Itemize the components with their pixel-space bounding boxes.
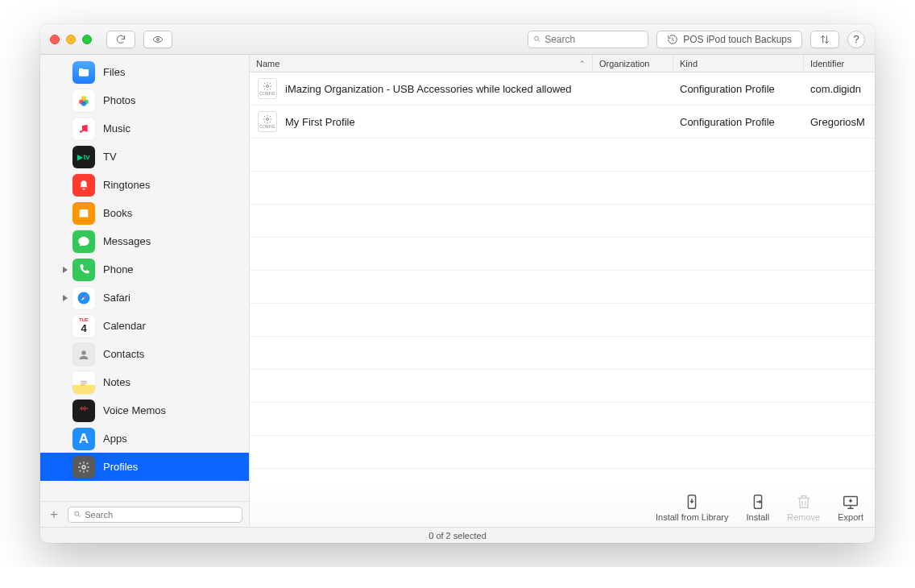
sort-asc-icon: ⌃	[579, 60, 586, 68]
calendar-icon: TUE4	[72, 315, 95, 337]
sidebar-item-label: Contacts	[103, 348, 144, 360]
add-button[interactable]: +	[47, 507, 61, 522]
contacts-icon	[72, 343, 95, 366]
sidebar-item-photos[interactable]: Photos	[40, 86, 249, 114]
cell-kind: Configuration Profile	[680, 83, 775, 95]
sidebar: Files Photos Music ▶tv TV	[40, 55, 250, 527]
column-kind[interactable]: Kind	[673, 55, 804, 72]
install-button[interactable]: Install	[746, 493, 769, 522]
sidebar-item-safari[interactable]: Safari	[40, 284, 249, 312]
install-library-icon	[683, 493, 701, 511]
backups-history-label: POS iPod touch Backups	[683, 34, 792, 45]
sidebar-item-notes[interactable]: Notes	[40, 368, 249, 396]
statusbar: 0 of 2 selected	[40, 527, 875, 543]
sidebar-item-contacts[interactable]: Contacts	[40, 340, 249, 368]
sidebar-item-messages[interactable]: Messages	[40, 227, 249, 255]
table-row[interactable]: CONFIG My First Profile Configuration Pr…	[250, 106, 875, 139]
quicklook-button[interactable]	[143, 31, 172, 48]
refresh-icon	[115, 34, 126, 45]
sidebar-item-files[interactable]: Files	[40, 58, 249, 86]
column-organization[interactable]: Organization	[593, 55, 673, 72]
action-bar: Install from Library Install Remove Expo…	[250, 482, 875, 527]
empty-row	[250, 337, 875, 370]
history-icon	[667, 34, 678, 45]
svg-point-11	[75, 511, 79, 516]
help-button[interactable]: ?	[847, 31, 865, 48]
books-icon	[72, 202, 95, 225]
svg-point-13	[267, 118, 269, 121]
action-label: Export	[838, 512, 863, 522]
maximize-icon[interactable]	[82, 35, 92, 44]
export-button[interactable]: Export	[838, 493, 863, 522]
install-from-library-button[interactable]: Install from Library	[656, 493, 728, 522]
sidebar-item-label: Ringtones	[103, 179, 151, 191]
empty-row	[250, 205, 875, 238]
sidebar-item-label: Music	[103, 122, 130, 135]
tv-icon: ▶tv	[72, 146, 95, 168]
empty-row	[250, 403, 875, 436]
titlebar: POS iPod touch Backups ?	[40, 24, 875, 55]
sidebar-item-calendar[interactable]: TUE4 Calendar	[40, 312, 249, 340]
table-row[interactable]: CONFIG iMazing Organization - USB Access…	[250, 72, 875, 106]
sidebar-item-label: Calendar	[103, 320, 146, 332]
column-name[interactable]: Name ⌃	[250, 55, 593, 72]
sidebar-item-label: Notes	[103, 376, 130, 388]
column-identifier[interactable]: Identifier	[804, 55, 875, 72]
sidebar-search[interactable]	[68, 507, 242, 523]
export-icon	[842, 493, 859, 511]
sidebar-item-voice-memos[interactable]: Voice Memos	[40, 396, 249, 424]
sidebar-item-apps[interactable]: A Apps	[40, 424, 249, 453]
table-header: Name ⌃ Organization Kind Identifier	[250, 55, 875, 72]
notes-icon	[72, 371, 95, 394]
empty-row	[250, 139, 875, 172]
ringtones-icon	[72, 174, 95, 197]
cell-identifier: GregoriosM	[810, 116, 865, 128]
help-label: ?	[853, 33, 859, 45]
apps-icon: A	[72, 428, 95, 450]
column-label: Kind	[680, 59, 698, 68]
sidebar-item-label: TV	[103, 151, 117, 163]
search-icon	[73, 510, 81, 519]
empty-row	[250, 172, 875, 205]
eye-icon	[152, 34, 164, 45]
trash-icon	[795, 493, 813, 511]
disclosure-triangle-icon[interactable]	[61, 294, 69, 302]
profile-file-icon: CONFIG	[258, 111, 277, 132]
status-text: 0 of 2 selected	[429, 531, 486, 540]
svg-point-5	[81, 101, 86, 106]
sidebar-item-profiles[interactable]: Profiles	[40, 453, 249, 481]
minimize-icon[interactable]	[66, 35, 76, 44]
sidebar-item-tv[interactable]: ▶tv TV	[40, 143, 249, 171]
music-icon	[72, 118, 95, 140]
photos-icon	[72, 89, 95, 112]
column-label: Organization	[599, 59, 649, 68]
action-label: Remove	[787, 512, 820, 522]
action-label: Install	[746, 512, 769, 522]
sidebar-item-music[interactable]: Music	[40, 114, 249, 143]
sidebar-item-ringtones[interactable]: Ringtones	[40, 171, 249, 199]
column-label: Identifier	[810, 59, 844, 68]
sidebar-item-label: Photos	[103, 94, 135, 106]
main-content: Name ⌃ Organization Kind Identifier	[250, 55, 875, 527]
empty-row	[250, 370, 875, 403]
sidebar-item-phone[interactable]: Phone	[40, 255, 249, 284]
profiles-icon	[72, 456, 95, 478]
toolbar-search-input[interactable]	[544, 34, 643, 45]
backups-history-button[interactable]: POS iPod touch Backups	[656, 31, 802, 48]
action-label: Install from Library	[656, 512, 728, 522]
refresh-button[interactable]	[106, 31, 135, 48]
sidebar-item-books[interactable]: Books	[40, 199, 249, 227]
svg-point-10	[82, 466, 85, 469]
close-icon[interactable]	[50, 35, 60, 44]
toolbar-search[interactable]	[528, 31, 648, 48]
sort-columns-button[interactable]	[810, 31, 839, 48]
sort-icon	[819, 34, 830, 45]
sidebar-item-label: Apps	[103, 433, 127, 445]
search-icon	[533, 35, 541, 43]
profile-file-icon: CONFIG	[258, 78, 277, 99]
sidebar-search-input[interactable]	[85, 510, 237, 520]
disclosure-triangle-icon[interactable]	[61, 266, 69, 274]
cell-identifier: com.digidn	[810, 83, 861, 95]
svg-point-6	[80, 130, 82, 132]
column-label: Name	[256, 59, 279, 68]
